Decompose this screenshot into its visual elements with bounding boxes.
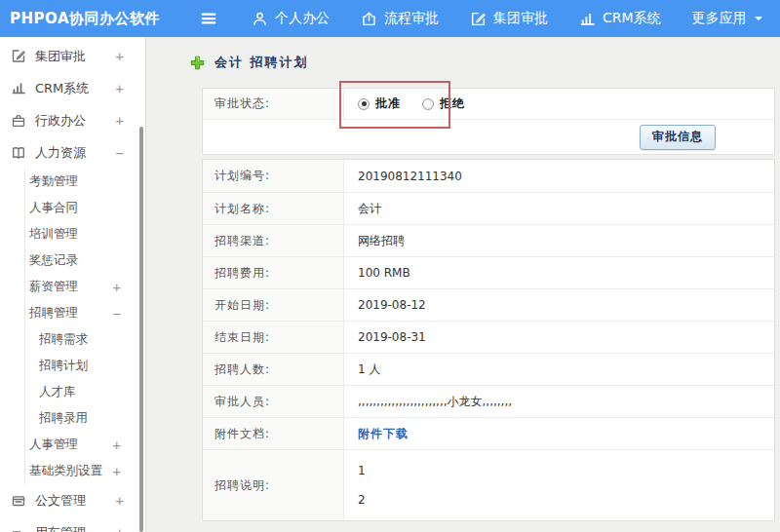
info-table: 计划编号:20190812111340计划名称:会计招聘渠道:网络招聘招聘费用:…: [202, 159, 775, 521]
radio-reject-circle[interactable]: [422, 98, 434, 110]
sidebar-item-招聘管理[interactable]: 招聘管理−: [25, 300, 145, 326]
sidebar-item-CRM系统[interactable]: CRM系统+: [0, 72, 145, 104]
sidebar-item-label: 人才库: [39, 384, 76, 400]
sidebar-item-label: 用车管理: [35, 524, 86, 532]
description-line: 1: [358, 465, 366, 476]
hamburger-menu-icon[interactable]: [199, 9, 218, 28]
expand-toggle-icon: +: [113, 280, 121, 295]
status-radio-group: 批准拒绝: [344, 89, 774, 119]
radio-approve-label: 批准: [375, 95, 401, 112]
sidebar-item-label: 人事管理: [29, 437, 78, 453]
sidebar-item-人事管理[interactable]: 人事管理+: [25, 432, 145, 458]
sidebar-item-label: 招聘需求: [39, 331, 88, 348]
sidebar-item-基础类别设置[interactable]: 基础类别设置+: [25, 458, 145, 484]
sidebar-item-label: 集团审批: [35, 48, 86, 65]
field-label: 开始日期:: [203, 289, 344, 321]
field-value: 12: [344, 450, 774, 520]
nav-label: 集团审批: [493, 10, 548, 27]
approval-form: 审批状态: 批准拒绝 审批信息 计划编号:20190812111340计划名称:…: [202, 88, 775, 521]
sidebar-item-用车管理[interactable]: 用车管理+: [0, 516, 145, 532]
field-label: 审批人员:: [203, 386, 344, 417]
field-label: 招聘费用:: [203, 257, 344, 288]
sidebar-item-薪资管理[interactable]: 薪资管理+: [25, 274, 145, 300]
field-value: 网络招聘: [344, 225, 774, 256]
field-value: 2019-08-12: [344, 289, 774, 321]
expand-toggle-icon: +: [116, 493, 124, 509]
sidebar-item-label: 人事合同: [29, 200, 78, 216]
sidebar-item-奖惩记录[interactable]: 奖惩记录: [25, 247, 145, 274]
expand-toggle-icon: −: [116, 145, 124, 161]
chart-icon: [579, 11, 596, 27]
sidebar-item-label: 奖惩记录: [29, 252, 78, 269]
sidebar: 集团审批+CRM系统+行政办公+人力资源−考勤管理人事合同培训管理奖惩记录薪资管…: [0, 37, 146, 532]
table-row: 招聘人数:1 人: [203, 353, 774, 385]
nav-crm-system[interactable]: CRM系统: [564, 10, 677, 27]
sidebar-item-招聘需求[interactable]: 招聘需求: [25, 326, 145, 353]
sidebar-item-label: 招聘计划: [39, 358, 88, 374]
sidebar-item-label: 人力资源: [35, 144, 86, 162]
chart-icon: [11, 80, 26, 96]
page-title: 会计 招聘计划: [214, 54, 309, 71]
sidebar-item-人才库[interactable]: 人才库: [25, 379, 145, 405]
sidebar-item-人事合同[interactable]: 人事合同: [25, 195, 145, 221]
sidebar-item-label: 薪资管理: [29, 279, 78, 295]
sidebar-item-label: 考勤管理: [29, 173, 78, 190]
field-value: 20190812111340: [344, 160, 774, 192]
process-icon: [361, 11, 377, 27]
sidebar-item-招聘计划[interactable]: 招聘计划: [25, 353, 145, 379]
table-row: 审批人员:,,,,,,,,,,,,,,,,,,,,,,,,小龙女,,,,,,,,: [203, 385, 774, 417]
table-row: 计划名称:会计: [203, 192, 774, 224]
nav-personal-office[interactable]: 个人办公: [236, 10, 345, 27]
nav-label: 流程审批: [384, 10, 439, 27]
table-row: 招聘说明:12: [203, 449, 774, 520]
field-label: 招聘渠道:: [203, 225, 344, 256]
field-label: 招聘人数:: [203, 354, 344, 385]
nav-process-approval[interactable]: 流程审批: [345, 10, 454, 27]
expand-toggle-icon: +: [116, 113, 124, 129]
sidebar-scrollbar[interactable]: [139, 127, 143, 532]
description-line: 2: [358, 494, 366, 506]
sidebar-item-集团审批[interactable]: 集团审批+: [0, 40, 145, 72]
topbar-nav: 个人办公流程审批集团审批CRM系统更多应用: [236, 10, 779, 27]
table-row: 附件文档:附件下载: [203, 417, 774, 449]
book-icon: [11, 145, 26, 161]
table-row: 计划编号:20190812111340: [203, 160, 774, 192]
sidebar-item-公文管理[interactable]: 公文管理+: [0, 484, 145, 516]
expand-toggle-icon: −: [113, 306, 121, 322]
nav-more-apps[interactable]: 更多应用: [677, 10, 779, 27]
sidebar-item-人力资源[interactable]: 人力资源−: [0, 136, 145, 169]
field-value: ,,,,,,,,,,,,,,,,,,,,,,,,小龙女,,,,,,,,: [344, 386, 774, 417]
briefcase-icon: [11, 113, 26, 129]
sidebar-item-考勤管理[interactable]: 考勤管理: [25, 169, 145, 195]
table-row: 招聘费用:100 RMB: [203, 256, 774, 288]
app-logo: PHPOA协同办公软件: [0, 10, 185, 28]
sidebar-item-label: CRM系统: [35, 80, 89, 97]
field-label: 计划编号:: [203, 160, 344, 192]
nav-group-approval[interactable]: 集团审批: [454, 10, 564, 27]
expand-toggle-icon: +: [116, 525, 124, 532]
sidebar-item-培训管理[interactable]: 培训管理: [25, 221, 145, 247]
sidebar-item-招聘录用[interactable]: 招聘录用: [25, 405, 145, 432]
radio-reject-label: 拒绝: [440, 95, 465, 112]
radio-approve-circle[interactable]: [358, 98, 370, 110]
approval-info-button[interactable]: 审批信息: [640, 125, 716, 150]
sidebar-item-label: 培训管理: [29, 226, 78, 243]
nav-label: 个人办公: [275, 10, 330, 27]
nav-label: 更多应用: [692, 10, 747, 27]
topbar: PHPOA协同办公软件 个人办公流程审批集团审批CRM系统更多应用: [0, 0, 780, 37]
expand-toggle-icon: +: [116, 49, 124, 64]
field-label: 结束日期:: [203, 322, 344, 353]
attachment-download-link[interactable]: 附件下载: [358, 426, 409, 442]
sidebar-item-label: 公文管理: [35, 492, 86, 510]
radio-approve[interactable]: 批准: [358, 95, 401, 112]
field-label: 招聘说明:: [203, 450, 344, 520]
field-value: 1 人: [344, 354, 774, 385]
sidebar-item-行政办公[interactable]: 行政办公+: [0, 104, 145, 136]
expand-toggle-icon: +: [113, 437, 121, 453]
sidebar-item-label: 招聘管理: [29, 305, 78, 322]
table-row: 开始日期:2019-08-12: [203, 288, 774, 321]
sidebar-subgroup: 考勤管理人事合同培训管理奖惩记录薪资管理+招聘管理−招聘需求招聘计划人才库招聘录…: [24, 169, 145, 484]
field-value: 会计: [344, 193, 774, 224]
field-value: 100 RMB: [344, 257, 774, 288]
radio-reject[interactable]: 拒绝: [422, 95, 465, 112]
